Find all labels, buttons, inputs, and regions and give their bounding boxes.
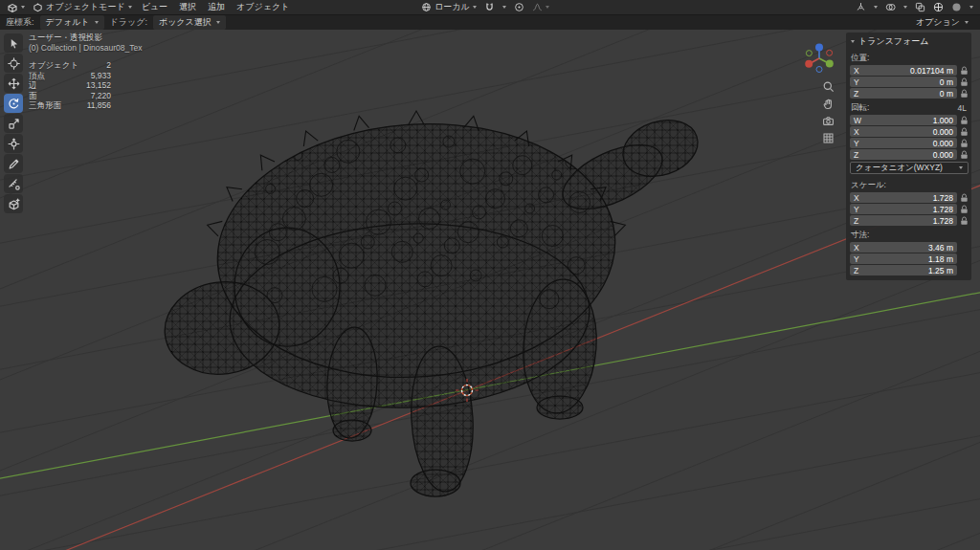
menu-view[interactable]: ビュー [137, 0, 172, 14]
section-label-location: 位置: [846, 50, 971, 65]
rotation-mode-value: クォータニオン(WXYZ) [856, 163, 943, 174]
tool-cursor-button[interactable] [4, 54, 23, 73]
tool-annotate-button[interactable] [4, 154, 23, 173]
field-dimensions-z[interactable]: Z1.25 m [850, 265, 957, 275]
viewport-editor-icon [7, 2, 18, 13]
field-scale-y[interactable]: Y1.728 [850, 204, 957, 214]
menu-object[interactable]: オブジェクト [232, 0, 294, 14]
tool-add-cube-button[interactable] [4, 194, 23, 213]
gizmo-z-neg[interactable] [816, 67, 822, 73]
field-rotation-w[interactable]: W1.000 [850, 115, 957, 125]
lock-icon[interactable] [960, 127, 969, 137]
field-value: 1.728 [933, 193, 953, 203]
editor-type-button[interactable] [4, 1, 28, 14]
tool-move-button[interactable] [4, 74, 23, 93]
section-label-dimensions: 寸法: [846, 227, 971, 242]
navigation-gizmo[interactable] [800, 39, 838, 77]
drag-mode-dropdown[interactable]: ボックス選択 [153, 15, 226, 30]
gizmo-x-axis[interactable] [805, 60, 813, 68]
lock-icon[interactable] [960, 150, 969, 160]
tool-scale-button[interactable] [4, 114, 23, 133]
proportional-edit-toggle[interactable] [511, 1, 527, 13]
row-rotation-y: Y0.000 [846, 138, 971, 149]
lock-spacer [960, 247, 969, 248]
lock-icon[interactable] [960, 216, 969, 226]
axis-label: Z [854, 266, 858, 275]
shading-solid-button[interactable] [948, 1, 965, 13]
tool-rotate-button[interactable] [4, 94, 23, 113]
coord-system-value: デフォルト [46, 16, 90, 29]
chevron-down-icon [959, 166, 963, 169]
falloff-curve-icon [532, 2, 543, 12]
lock-icon[interactable] [960, 193, 969, 203]
xray-toggle[interactable] [912, 1, 928, 13]
stat-row: オブジェクト2 [29, 60, 111, 71]
gizmo-dropdown[interactable] [871, 5, 880, 10]
viewport[interactable]: ユーザー・透視投影 (0) Collection | Dinosaur08_Te… [0, 30, 980, 550]
axis-label: X [854, 193, 859, 203]
toggle-perspective-button[interactable] [821, 131, 835, 145]
field-dimensions-x[interactable]: X3.46 m [850, 242, 957, 253]
show-overlays-toggle[interactable] [882, 1, 899, 13]
move-icon [8, 77, 20, 90]
mode-dropdown[interactable]: オブジェクトモード [30, 0, 135, 14]
gizmo-y-axis[interactable] [826, 60, 834, 68]
snap-dropdown[interactable] [500, 5, 509, 10]
gizmo-x-neg[interactable] [827, 50, 833, 55]
shading-wireframe-button[interactable] [930, 1, 947, 13]
orientation-dropdown[interactable]: ローカル [418, 0, 479, 14]
stat-value: 13,152 [86, 80, 111, 91]
field-location-y[interactable]: Y0 m [850, 77, 957, 87]
zoom-button[interactable] [821, 79, 835, 94]
field-rotation-y[interactable]: Y0.000 [850, 138, 957, 148]
lock-icon[interactable] [960, 66, 969, 76]
field-scale-x[interactable]: X1.728 [850, 192, 957, 203]
menu-add[interactable]: 追加 [203, 0, 230, 14]
coord-system-label: 座標系: [6, 16, 34, 29]
field-value: 1.25 m [928, 266, 953, 275]
rotation-mode-dropdown[interactable]: クォータニオン(WXYZ) [850, 162, 969, 174]
coord-system-dropdown[interactable]: デフォルト [40, 15, 104, 30]
camera-view-button[interactable] [821, 114, 835, 128]
topbar: オブジェクトモード ビュー 選択 追加 オブジェクト ローカル [0, 0, 980, 14]
lock-spacer [960, 258, 969, 259]
lock-icon[interactable] [960, 77, 969, 87]
tool-transform-button[interactable] [4, 134, 23, 153]
field-value: 0 m [940, 77, 953, 87]
lock-icon[interactable] [960, 116, 969, 125]
tool-measure-button[interactable] [4, 174, 23, 193]
field-scale-z[interactable]: Z1.728 [850, 215, 957, 226]
field-rotation-x[interactable]: X0.000 [850, 126, 957, 137]
scene-statistics: オブジェクト2頂点5,933辺13,152面7,220三角形面11,856 [29, 60, 142, 111]
magnet-icon [484, 2, 495, 12]
field-dimensions-y[interactable]: Y1.18 m [850, 253, 957, 264]
lock-icon[interactable] [960, 89, 969, 99]
chevron-down-icon [21, 6, 25, 9]
zoom-icon [822, 80, 835, 93]
rotation-lock-badge[interactable]: 4L [958, 103, 967, 113]
gizmo-z-axis[interactable] [815, 44, 823, 52]
field-location-z[interactable]: Z0 m [850, 88, 957, 99]
proportional-falloff-dropdown[interactable] [529, 1, 552, 13]
panel-header-transform[interactable]: トランスフォーム [846, 33, 971, 50]
shading-dropdown[interactable] [967, 5, 976, 10]
xray-icon [915, 2, 925, 12]
mode-label: オブジェクトモード [46, 1, 125, 13]
lock-icon[interactable] [960, 139, 969, 148]
row-dimensions-x: X3.46 m [846, 242, 971, 253]
show-gizmo-toggle[interactable] [853, 1, 869, 13]
topbar-right-group [853, 1, 976, 13]
pan-button[interactable] [821, 97, 835, 111]
axis-label: X [854, 66, 859, 76]
tool-select-box-button[interactable] [4, 33, 23, 53]
lock-icon[interactable] [960, 205, 969, 214]
menu-select[interactable]: 選択 [174, 0, 201, 14]
gizmo-y-neg[interactable] [806, 51, 812, 56]
axis-label: X [854, 127, 859, 137]
options-dropdown[interactable]: オプション [910, 15, 974, 30]
field-value: 0.000 [933, 139, 953, 148]
field-location-x[interactable]: X0.017104 m [850, 65, 957, 76]
field-rotation-z[interactable]: Z0.000 [850, 149, 957, 160]
snap-toggle-button[interactable] [481, 1, 498, 13]
overlays-dropdown[interactable] [901, 5, 910, 10]
